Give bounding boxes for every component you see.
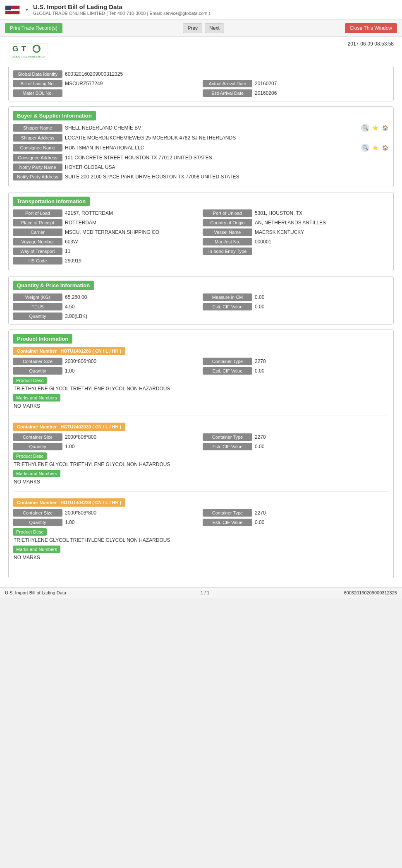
notify-party-name-value: HOYER GLOBAL USA	[65, 164, 389, 170]
cif-value-1: 0.00	[255, 444, 389, 450]
container-size-label-1: Container Size	[13, 433, 62, 441]
nav-buttons: Prev Next	[183, 23, 224, 33]
cif-value-2: 0.00	[255, 519, 389, 525]
bol-value: MSCURZ577249	[65, 81, 199, 87]
country-origin-label: Country of Origin	[203, 219, 252, 226]
container-type-row-1: Container Type 2270	[203, 433, 389, 441]
container-number-btn-1: Container Number HGTU2403939 ( CN / L / …	[13, 423, 125, 431]
weight-label: Weight (KG)	[13, 293, 62, 301]
measure-row: Measure in CM 0.00	[203, 293, 389, 301]
container-type-label-0: Container Type	[203, 358, 252, 365]
port-row: Port of Load 42157, ROTTERDAM Port of Un…	[13, 209, 389, 217]
container-number-label-0: Container Number	[17, 349, 57, 353]
esti-arrival-label: Esti Arrival Date	[203, 89, 252, 97]
consignee-home-icon[interactable]: 🏠	[381, 144, 389, 152]
qty-label-0: Quantity	[13, 367, 62, 375]
product-block-1: Container Number HGTU2403939 ( CN / L / …	[13, 423, 389, 492]
container-size-row-0: Container Size 2000*806*800	[13, 358, 199, 365]
consignee-name-row: Consignee Name HUNTSMAN INTERNATIONAL LL…	[13, 144, 389, 152]
container-type-row-2: Container Type 2270	[203, 509, 389, 517]
notify-party-address-label: Notify Party Address	[13, 173, 62, 180]
marks-btn-0: Marks and Numbers	[13, 394, 60, 402]
voyage-manifest-row: Voyage Number 603W Manifest No. 000001	[13, 238, 389, 245]
qty-row-0: Quantity 1.00	[13, 367, 199, 375]
marks-text-2: NO MARKS	[13, 555, 389, 560]
qty-cif-row-1: Quantity 1.00 Esti. CIF Value 0.00	[13, 443, 389, 450]
dropdown-arrow-icon[interactable]: ▼	[25, 7, 29, 12]
carrier-label: Carrier	[13, 228, 62, 236]
teus-row: TEUS 4.50	[13, 303, 199, 310]
timestamp: 2017-06-09 08:53:58	[348, 41, 394, 47]
port-unload-value: 5301, HOUSTON, TX	[255, 210, 389, 216]
place-receipt-value: ROTTERDAM	[65, 220, 199, 226]
next-button[interactable]: Next	[205, 23, 224, 33]
consignee-search-icon[interactable]: 🔍	[361, 144, 369, 152]
qty-row-1: Quantity 1.00	[13, 443, 199, 450]
transportation-title: Transportation Information	[13, 197, 90, 206]
vessel-label: Vessel Name	[203, 228, 252, 236]
qty-value-1: 1.00	[65, 444, 199, 450]
close-button[interactable]: Close This Window	[345, 23, 397, 33]
container-type-label-1: Container Type	[203, 433, 252, 441]
vessel-row: Vessel Name MAERSK KENTUCKY	[203, 228, 389, 236]
footer-center: 1 / 1	[201, 590, 209, 595]
hs-code-row: HS Code 290919	[13, 257, 389, 264]
company-logo: G T GLOBAL TRADE ONLINE LIMITED	[8, 41, 50, 62]
toolbar: Print Trade Record(s) Prev Next Close Th…	[0, 20, 402, 37]
hs-code-value: 290919	[65, 258, 389, 264]
cif-label-0: Esti. CIF Value	[203, 367, 252, 375]
notify-party-address-value: SUITE 200 2100 SPACE PARK DRIVE HOUSTON …	[65, 174, 389, 180]
transport-bond-row: Way of Transport 11 In-bond Entry Type	[13, 248, 389, 255]
receipt-origin-row: Place of Receipt ROTTERDAM Country of Or…	[13, 219, 389, 226]
port-load-row: Port of Load 42157, ROTTERDAM	[13, 209, 199, 217]
qty-label-1: Quantity	[13, 443, 62, 450]
product-desc-btn-1: Product Desc	[13, 452, 47, 460]
notify-party-name-row: Notify Party Name HOYER GLOBAL USA	[13, 164, 389, 171]
shipper-home-icon[interactable]: 🏠	[381, 124, 389, 132]
product-block-2: Container Number HOTU1404238 ( CN / L / …	[13, 498, 389, 567]
carrier-value: MSCU, MEDITERRANEAN SHIPPING CO	[65, 229, 199, 235]
footer-right: 600320160209000312325	[344, 590, 397, 595]
container-number-label-1: Container Number	[17, 424, 57, 429]
print-button[interactable]: Print Trade Record(s)	[5, 23, 62, 33]
notify-party-address-row: Notify Party Address SUITE 200 2100 SPAC…	[13, 173, 389, 180]
mater-esti-row: Mater BOL No. Esti Arrival Date 20160206	[13, 89, 389, 97]
place-receipt-label: Place of Receipt	[13, 219, 62, 226]
shipper-name-row: Shipper Name SHELL NEDERLAND CHEMIE BV 🔍…	[13, 124, 389, 132]
marks-text-1: NO MARKS	[13, 479, 389, 485]
way-transport-row: Way of Transport 11	[13, 248, 199, 255]
quantity-price-card: Quantity & Price Information Weight (KG)…	[8, 276, 394, 325]
quantity-value: 3.00(LBK)	[65, 313, 389, 319]
prev-button[interactable]: Prev	[183, 23, 202, 33]
cif-row-2: Esti. CIF Value 0.00	[203, 519, 389, 526]
container-size-label-2: Container Size	[13, 509, 62, 517]
quantity-price-title: Quantity & Price Information	[13, 281, 94, 290]
container-size-row-1: Container Size 2000*806*800	[13, 433, 199, 441]
notify-party-name-label: Notify Party Name	[13, 164, 62, 171]
svg-text:GLOBAL TRADE ONLINE LIMITED: GLOBAL TRADE ONLINE LIMITED	[12, 55, 45, 58]
quantity-label: Quantity	[13, 313, 62, 320]
main-content: G T GLOBAL TRADE ONLINE LIMITED 2017-06-…	[0, 37, 402, 587]
consignee-name-label: Consignee Name	[13, 144, 62, 151]
shipper-search-icon[interactable]: 🔍	[361, 124, 369, 132]
container-number-label-2: Container Number	[17, 500, 57, 505]
identity-row: Global Data Identity 6003201602090003123…	[13, 70, 389, 78]
footer-bar: U.S. Import Bill of Lading Data 1 / 1 60…	[0, 587, 402, 598]
product-desc-text-2: TRIETHYLENE GLYCOL TRIETHYLENE GLYCOL NO…	[13, 537, 389, 543]
bol-label: Bill of Lading No.	[13, 80, 62, 87]
carrier-row: Carrier MSCU, MEDITERRANEAN SHIPPING CO	[13, 228, 199, 236]
shipper-star-icon[interactable]: ⭐	[371, 124, 379, 132]
header-section: G T GLOBAL TRADE ONLINE LIMITED 2017-06-…	[8, 41, 394, 62]
actual-arrival-value: 20160207	[255, 81, 389, 87]
title-area: U.S. Import Bill of Lading Data GLOBAL T…	[33, 3, 210, 16]
consignee-star-icon[interactable]: ⭐	[371, 144, 379, 152]
product-info-card: Product Information Container Number HOT…	[8, 329, 394, 578]
buyer-supplier-title: Buyer & Supplier Information	[13, 111, 96, 120]
mater-bol-label: Mater BOL No.	[13, 89, 62, 97]
svg-text:T: T	[22, 44, 26, 53]
product-desc-btn-2: Product Desc	[13, 528, 47, 536]
consignee-icons: 🔍 ⭐ 🏠	[361, 144, 389, 152]
measure-label: Measure in CM	[203, 293, 252, 301]
port-unload-row: Port of Unload 5301, HOUSTON, TX	[203, 209, 389, 217]
qty-label-2: Quantity	[13, 519, 62, 526]
